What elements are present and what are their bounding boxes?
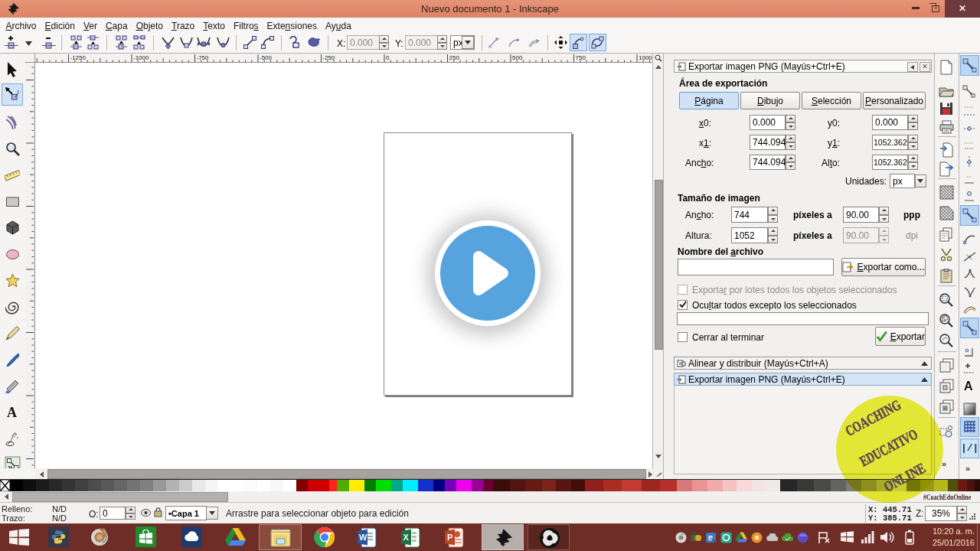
svg-text:750: 750 (576, 54, 586, 61)
svg-text:250: 250 (449, 54, 460, 61)
svg-text:0: 0 (386, 54, 390, 61)
svg-text:1000: 1000 (639, 54, 652, 61)
svg-text:A: A (7, 406, 17, 419)
svg-text:W: W (359, 533, 368, 542)
svg-text:P: P (447, 533, 452, 542)
svg-text:X: X (403, 533, 410, 542)
svg-text:B: B (708, 534, 714, 542)
svg-text:-750: -750 (197, 54, 210, 61)
svg-text:-1250: -1250 (70, 54, 87, 61)
svg-text:-1000: -1000 (133, 54, 149, 61)
svg-text:-500: -500 (260, 54, 273, 61)
svg-text:A: A (964, 380, 973, 393)
svg-text:-250: -250 (323, 54, 336, 61)
svg-text:500: 500 (512, 54, 523, 61)
